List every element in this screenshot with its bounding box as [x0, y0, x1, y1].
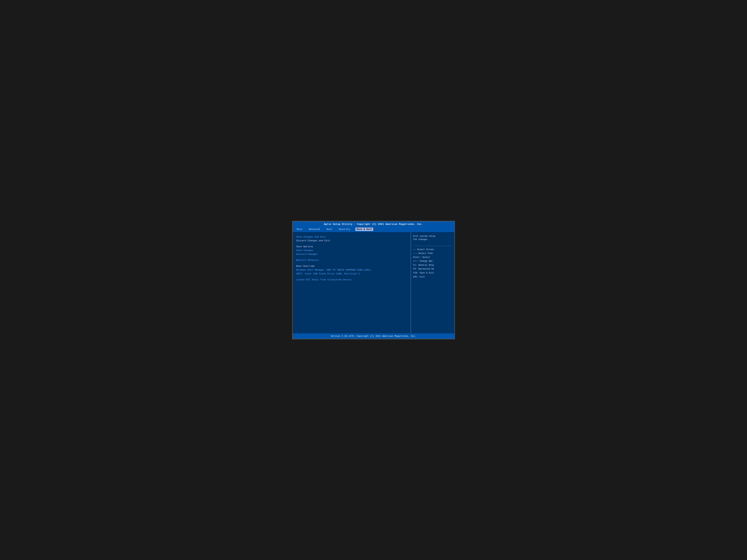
left-panel: Save Changes and Exit Discard Changes an… — [292, 232, 411, 334]
help-text-line2: the changes. — [413, 238, 429, 241]
key-select-item: ↑↓: Select Item — [413, 251, 452, 256]
nav-item-save-exit[interactable]: Save & Exit — [355, 228, 373, 231]
key-enter-select: Enter: Select — [413, 256, 452, 260]
spacer-2 — [296, 256, 407, 258]
save-changes-exit[interactable]: Save Changes and Exit — [296, 235, 407, 239]
nav-item-main[interactable]: Main — [295, 228, 303, 231]
help-description: Exit system setup the changes. — [413, 235, 452, 241]
boot-override-label: Boot Override — [296, 264, 407, 268]
save-changes[interactable]: Save Changes — [296, 248, 407, 252]
launch-efi-shell[interactable]: Launch EFI Shell from filesystem device — [296, 278, 407, 282]
nav-bar: Main Advanced Boot Security Save & Exit — [292, 227, 455, 232]
help-text-line1: Exit system setup — [413, 235, 435, 238]
key-f9-optimized: F9: Optimized De — [413, 267, 452, 271]
key-help: ↔: Select Screen ↑↓: Select Item Enter: … — [413, 248, 452, 279]
nav-item-security[interactable]: Security — [338, 228, 351, 231]
header-bar: Aptio Setup Utility - Copyright (C) 2021… — [292, 221, 455, 227]
bios-screen: Aptio Setup Utility - Copyright (C) 2021… — [292, 221, 455, 339]
nav-item-advanced[interactable]: Advanced — [308, 228, 321, 231]
footer-bar: Version 2.20.1276. Copyright (C) 2021 Am… — [292, 334, 455, 339]
spacer-4 — [296, 276, 407, 278]
uefi-lexar-usb[interactable]: UEFI: Lexar USB Flash Drive 1100, Partit… — [296, 272, 407, 276]
key-select-screen: ↔: Select Screen — [413, 248, 452, 252]
footer-text: Version 2.20.1276. Copyright (C) 2021 Am… — [331, 335, 416, 338]
nav-item-boot[interactable]: Boot — [326, 228, 333, 231]
header-title: Aptio Setup Utility - Copyright (C) 2021… — [324, 223, 423, 225]
spacer-1 — [296, 243, 407, 245]
save-options-label: Save Options — [296, 245, 407, 248]
spacer-3 — [296, 262, 407, 264]
key-esc-exit: ESC: Exit — [413, 275, 452, 279]
windows-boot-manager[interactable]: Windows Boot Manager (WDC PC SN520 SDAPN… — [296, 268, 407, 272]
discard-changes[interactable]: Discard Changes — [296, 252, 407, 256]
key-f1-help: F1: General Help — [413, 263, 452, 267]
main-content: Save Changes and Exit Discard Changes an… — [292, 232, 455, 334]
restore-defaults[interactable]: Restore Defaults — [296, 258, 407, 262]
discard-changes-exit[interactable]: Discard Changes and Exit — [296, 239, 407, 243]
key-f10-save-exit: F10: Save & Exit — [413, 271, 452, 275]
divider — [413, 246, 452, 246]
key-change-opt: +/-: Change Opt. — [413, 259, 452, 263]
right-panel: Exit system setup the changes. ↔: Select… — [411, 232, 455, 334]
